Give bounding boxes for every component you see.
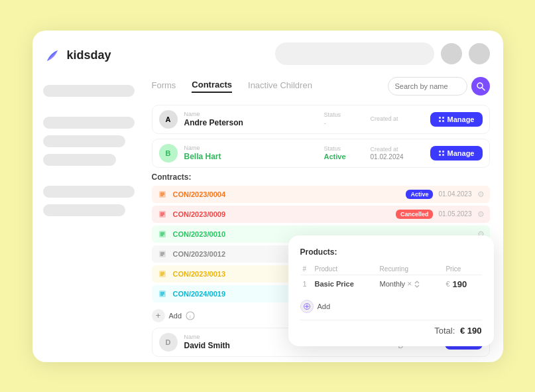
contract-badge-2: Cancelled [396,210,434,219]
manage-btn-bella[interactable]: Manage [430,146,483,161]
contract-icon-5 [157,269,168,279]
recurring-controls[interactable]: ✕ [407,281,420,288]
products-title: Products: [300,247,482,257]
svg-rect-9 [442,154,444,156]
person-name-bella: Bella Hart [184,152,318,161]
add-product-row[interactable]: Add [300,300,482,313]
main-content: Forms Contracts Inactive Children A Name… [145,31,503,362]
add-circle-icon: + [152,309,165,322]
search-wrap [388,77,490,96]
contract-date-1: 01.04.2023 [438,190,471,198]
person-info-andre: Name Andre Peterson [184,111,318,127]
sidebar: kidsday [32,31,145,362]
svg-rect-2 [439,117,441,119]
svg-rect-5 [442,120,444,122]
info-icon: i [186,311,195,320]
product-row-name: Basic Price [312,275,377,293]
contract-icon-3 [157,229,168,239]
avatar-bella: B [159,144,178,163]
product-row-1: 1 Basic Price Monthly ✕ [300,275,482,293]
contract-row-2[interactable]: CON/2023/0009 Cancelled 01.05.2023 ⚙ [152,206,490,223]
created-label-andre: Created at [371,115,424,122]
tab-forms[interactable]: Forms [152,80,176,92]
svg-rect-3 [442,117,444,119]
svg-rect-6 [439,151,441,153]
total-value: € 190 [457,326,481,336]
created-andre: Created at [371,115,424,123]
logo-text: kidsday [67,48,111,62]
sidebar-item-3[interactable] [43,135,125,147]
svg-rect-8 [439,154,441,156]
status-label-bella: Status [324,145,364,152]
contract-icon-6 [157,289,168,299]
add-product-label: Add [318,302,331,310]
contract-date-2: 01.05.2023 [438,210,471,218]
tabs-row: Forms Contracts Inactive Children [152,77,490,96]
add-label: Add [169,312,182,320]
col-header-recurring: Recurring [377,263,444,275]
svg-text:i: i [190,314,191,320]
created-label-bella: Created at [371,146,424,153]
svg-rect-4 [439,120,441,122]
search-input[interactable] [388,77,467,96]
chevron-up [414,281,420,284]
person-row-bella: B Name Bella Hart Status Active Created … [152,139,490,168]
sidebar-item-1[interactable] [43,85,135,97]
total-label: Total: [434,326,455,336]
search-icon [476,82,485,91]
contract-num-1: CON/2023/0004 [173,190,401,198]
created-bella: Created at 01.02.2024 [371,146,424,161]
plus-icon [304,303,310,310]
svg-line-1 [482,88,485,90]
name-label-bella: Name [184,145,318,151]
manage-icon-2 [438,150,445,157]
product-row-price: € 190 [443,275,481,293]
chevron-down [414,285,420,288]
contract-icon-2 [157,209,168,220]
contract-num-2: CON/2023/0009 [173,210,390,218]
person-name-andre: Andre Peterson [184,118,318,127]
svg-rect-7 [442,151,444,153]
doc-icon-4 [158,250,166,258]
avatar-andre: A [159,110,178,129]
search-button[interactable] [471,77,490,96]
created-val-bella: 01.02.2024 [371,153,424,161]
doc-icon-5 [158,270,166,278]
contract-row-1[interactable]: CON/2023/0004 Active 01.04.2023 ⚙ [152,186,490,203]
kidsday-logo-icon [43,46,62,65]
status-bella: Status Active [324,145,364,161]
doc-icon-3 [158,230,166,238]
product-row-num: 1 [300,275,312,293]
contract-gear-1[interactable]: ⚙ [477,190,485,199]
person-row-andre: A Name Andre Peterson Status - Created a… [152,105,490,134]
contract-icon-1 [157,189,168,200]
status-val-andre: - [324,119,364,127]
add-product-circle [300,300,314,313]
product-row-recurring: Monthly ✕ [377,275,444,293]
sidebar-item-5[interactable] [43,186,135,198]
status-andre: Status - [324,111,364,127]
tab-inactive-children[interactable]: Inactive Children [248,80,312,92]
top-bar [152,42,490,65]
manage-icon [438,116,445,123]
name-label-andre: Name [184,111,318,117]
avatar-1[interactable] [441,43,462,64]
main-card: kidsday Forms Contracts Inactive Childre… [32,31,503,362]
total-row: Total: € 190 [300,320,482,336]
contracts-label: Contracts: [152,172,490,182]
products-table: # Product Recurring Price 1 Basic Price [300,263,482,293]
tab-contracts[interactable]: Contracts [192,80,232,93]
contract-icon-4 [157,249,168,259]
avatar-2[interactable] [469,43,490,64]
doc-icon-2 [158,210,166,218]
contract-badge-1: Active [406,190,433,199]
col-header-num: # [300,263,312,275]
contract-gear-2[interactable]: ⚙ [477,210,485,219]
sidebar-item-2[interactable] [43,117,135,129]
manage-btn-andre[interactable]: Manage [430,112,483,127]
sidebar-item-4[interactable] [43,154,116,166]
col-header-product: Product [312,263,377,275]
sidebar-item-6[interactable] [43,204,125,216]
avatar-david: D [159,333,178,352]
doc-icon [158,190,166,198]
